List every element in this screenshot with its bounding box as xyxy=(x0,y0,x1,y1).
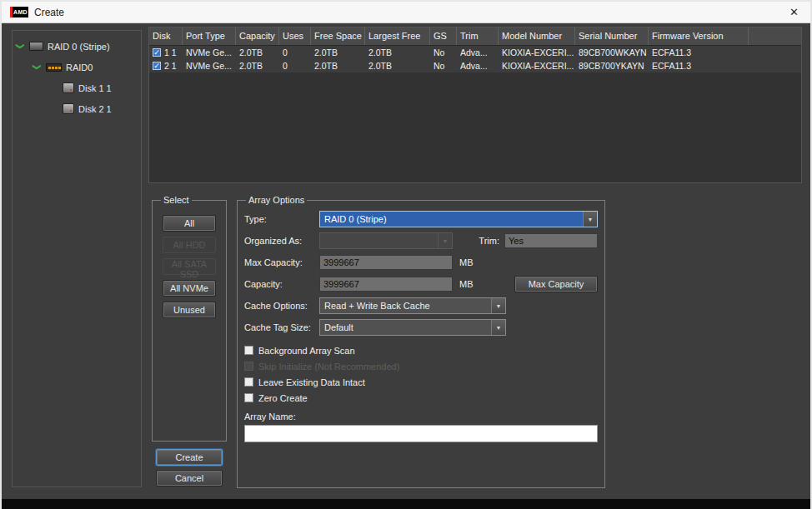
chevron-down-icon[interactable]: ❯ xyxy=(33,62,42,72)
array-name-label: Array Name: xyxy=(244,412,598,422)
tree-item-label: Disk 1 1 xyxy=(78,83,112,93)
max-capacity-row: Max Capacity: MB xyxy=(244,252,598,273)
table-cell: 2.0TB xyxy=(236,61,279,71)
disk-icon xyxy=(63,82,74,93)
window-content: ❯ RAID 0 (Stripe) ❯ RAID0 ❯ Disk 1 1 ❯ D… xyxy=(2,23,810,499)
tree-item[interactable]: ❯ RAID 0 (Stripe) xyxy=(13,36,141,57)
capacity-row: Capacity: MB Max Capacity xyxy=(244,273,598,295)
disk-table-row[interactable]: ✓1 1NVMe Ge...2.0TB02.0TB2.0TBNoAdva...K… xyxy=(149,46,801,59)
disk-table-row[interactable]: ✓2 1NVMe Ge...2.0TB02.0TB2.0TBNoAdva...K… xyxy=(149,59,801,72)
option-zero-create[interactable]: Zero Create xyxy=(244,392,598,404)
cancel-button[interactable]: Cancel xyxy=(156,470,223,487)
trim-label: Trim: xyxy=(479,236,499,246)
organized-as-dropdown: ▼ xyxy=(319,232,453,249)
type-row: Type: RAID 0 (Stripe) ▼ xyxy=(244,208,598,230)
max-capacity-field[interactable] xyxy=(319,255,453,270)
column-header-capacity[interactable]: Capacity xyxy=(236,27,279,45)
disk-select-checkbox[interactable]: ✓ xyxy=(153,62,161,70)
column-header-port-type[interactable]: Port Type xyxy=(183,27,236,45)
table-cell: 2.0TB xyxy=(236,47,279,57)
create-button[interactable]: Create xyxy=(156,449,223,466)
table-cell: Adva... xyxy=(457,47,499,57)
select-group-title: Select xyxy=(161,195,192,205)
column-header-largest-free[interactable]: Largest Free xyxy=(365,27,430,45)
table-cell: 2.0TB xyxy=(365,61,430,71)
cache-options-dropdown[interactable]: Read + Write Back Cache ▼ xyxy=(319,297,506,314)
chevron-down-icon[interactable]: ❯ xyxy=(16,42,25,51)
table-cell: 2.0TB xyxy=(365,47,430,57)
table-cell: KIOXIA-EXCERI... xyxy=(499,61,575,71)
column-header-serial-number[interactable]: Serial Number xyxy=(575,27,649,45)
checkbox-label: Zero Create xyxy=(258,393,308,403)
column-header-firmware-version[interactable]: Firmware Version xyxy=(649,27,749,45)
max-capacity-button[interactable]: Max Capacity xyxy=(514,276,598,292)
amd-logo-icon: AMD xyxy=(10,7,28,17)
column-header-model-number[interactable]: Model Number xyxy=(499,27,575,45)
chevron-down-icon[interactable]: ▼ xyxy=(491,320,505,335)
array-option-checkboxes: Background Array ScanSkip Initialize (No… xyxy=(244,344,598,404)
checkbox-label: Background Array Scan xyxy=(258,346,355,356)
cache-options-value: Read + Write Back Cache xyxy=(324,301,430,311)
table-cell: ✓1 1 xyxy=(149,47,183,57)
select-buttons: AllAll HDDAll SATA SSDAll NVMeUnused xyxy=(159,208,219,318)
column-header-disk[interactable]: Disk xyxy=(149,27,183,45)
type-dropdown-value: RAID 0 (Stripe) xyxy=(324,214,387,224)
chevron-down-icon: ▼ xyxy=(438,233,452,248)
checkbox[interactable] xyxy=(244,346,253,355)
option-skip-initialize: Skip Initialize (Not Recommended) xyxy=(244,360,598,372)
organized-as-label: Organized As: xyxy=(244,236,319,246)
tree-item[interactable]: ❯ RAID0 xyxy=(13,57,141,77)
disk-table: DiskPort TypeCapacityUsesFree SpaceLarge… xyxy=(148,27,802,183)
titlebar: AMD Create ✕ xyxy=(2,2,810,23)
type-label: Type: xyxy=(244,214,319,224)
cache-tag-size-dropdown[interactable]: Default ▼ xyxy=(319,319,506,336)
table-cell: No xyxy=(430,61,457,71)
table-cell: NVMe Ge... xyxy=(183,47,236,57)
cache-options-row: Cache Options: Read + Write Back Cache ▼ xyxy=(244,295,598,317)
column-header-trim[interactable]: Trim xyxy=(457,27,499,45)
create-window: AMD Create ✕ ❯ RAID 0 (Stripe) ❯ RAID0 ❯… xyxy=(0,0,812,509)
type-dropdown[interactable]: RAID 0 (Stripe) ▼ xyxy=(319,211,598,227)
table-cell: Adva... xyxy=(457,61,499,71)
select-group: Select AllAll HDDAll SATA SSDAll NVMeUnu… xyxy=(152,195,227,442)
action-buttons: Create Cancel xyxy=(152,449,227,488)
tree-item[interactable]: ❯ Disk 2 1 xyxy=(13,98,141,119)
select-all-sata-ssd-button: All SATA SSD xyxy=(163,258,216,275)
chevron-down-icon[interactable]: ▼ xyxy=(583,212,597,227)
table-cell: 89CB700WKAYN xyxy=(575,47,649,57)
chevron-down-icon[interactable]: ▼ xyxy=(491,298,505,313)
disk-select-checkbox[interactable]: ✓ xyxy=(153,48,161,57)
column-header-free-space[interactable]: Free Space xyxy=(311,27,365,45)
capacity-field[interactable] xyxy=(319,277,453,292)
select-all-nvme-button[interactable]: All NVMe xyxy=(163,280,216,297)
table-cell: 0 xyxy=(279,61,311,71)
option-leave-existing-data-intact[interactable]: Leave Existing Data Intact xyxy=(244,376,598,388)
table-cell: ECFA11.3 xyxy=(649,47,749,57)
cache-tag-size-label: Cache Tag Size: xyxy=(244,322,319,332)
option-background-array-scan[interactable]: Background Array Scan xyxy=(244,344,598,357)
tree-item-label: Disk 2 1 xyxy=(78,104,112,114)
lower-section: Select AllAll HDDAll SATA SSDAll NVMeUnu… xyxy=(148,195,802,488)
close-icon[interactable]: ✕ xyxy=(786,4,802,20)
table-cell: KIOXIA-EXCERI... xyxy=(499,47,575,57)
disk-table-header: DiskPort TypeCapacityUsesFree SpaceLarge… xyxy=(149,27,801,46)
tree-item-label: RAID 0 (Stripe) xyxy=(48,42,110,52)
checkbox[interactable] xyxy=(244,377,253,387)
column-header-uses[interactable]: Uses xyxy=(279,27,311,45)
main-area: DiskPort TypeCapacityUsesFree SpaceLarge… xyxy=(145,23,810,499)
cache-tag-size-value: Default xyxy=(324,322,353,332)
max-capacity-unit-label: MB xyxy=(459,257,474,267)
trim-field xyxy=(504,233,598,248)
select-all-button[interactable]: All xyxy=(163,215,216,232)
table-cell: 2.0TB xyxy=(311,61,365,71)
column-header-gs[interactable]: GS xyxy=(430,27,457,45)
tree-item[interactable]: ❯ Disk 1 1 xyxy=(13,77,141,98)
array-name-input[interactable] xyxy=(244,425,598,442)
select-unused-button[interactable]: Unused xyxy=(163,302,216,318)
disk-table-body: ✓1 1NVMe Ge...2.0TB02.0TB2.0TBNoAdva...K… xyxy=(149,46,801,182)
checkbox[interactable] xyxy=(244,393,253,402)
array-icon xyxy=(29,42,43,51)
table-cell: ECFA11.3 xyxy=(649,61,749,71)
checkbox-label: Skip Initialize (Not Recommended) xyxy=(258,362,399,372)
table-cell: 89CB700YKAYN xyxy=(575,61,649,71)
